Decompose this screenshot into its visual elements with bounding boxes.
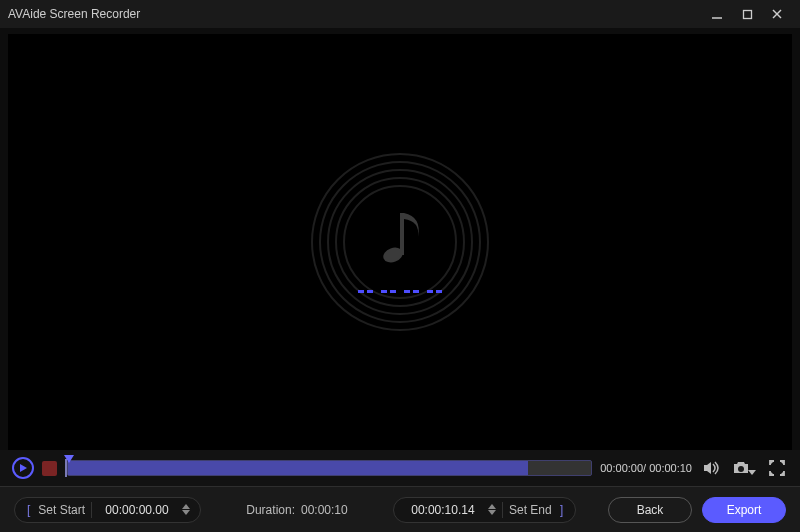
svg-rect-1 bbox=[743, 10, 751, 18]
export-button[interactable]: Export bbox=[702, 497, 786, 523]
duration-label: Duration: bbox=[246, 503, 295, 517]
start-time-value: 00:00:00.00 bbox=[98, 503, 176, 517]
play-button[interactable] bbox=[12, 457, 34, 479]
app-title: AVAide Screen Recorder bbox=[8, 7, 140, 21]
window-close-button[interactable] bbox=[762, 4, 792, 24]
window-maximize-button[interactable] bbox=[732, 4, 762, 24]
end-time-value: 00:00:10.14 bbox=[404, 503, 482, 517]
svg-point-12 bbox=[738, 466, 744, 472]
equalizer-bars-icon bbox=[358, 290, 442, 293]
bracket-left-icon: [ bbox=[25, 503, 32, 517]
end-time-down[interactable] bbox=[488, 510, 496, 515]
title-bar: AVAide Screen Recorder bbox=[0, 0, 800, 28]
set-end-group: 00:00:10.14 Set End [ bbox=[393, 497, 576, 523]
audio-visualizer-icon bbox=[305, 147, 495, 337]
time-counter: 00:00:00/ 00:00:10 bbox=[600, 462, 692, 474]
stop-button[interactable] bbox=[42, 461, 57, 476]
fullscreen-icon[interactable] bbox=[766, 457, 788, 479]
set-end-button[interactable]: Set End bbox=[509, 503, 552, 517]
duration-value: 00:00:10 bbox=[301, 503, 348, 517]
start-time-up[interactable] bbox=[182, 504, 190, 509]
snapshot-dropdown-icon[interactable] bbox=[748, 470, 756, 475]
svg-marker-11 bbox=[20, 464, 27, 472]
bracket-right-icon: [ bbox=[558, 503, 565, 517]
preview-area bbox=[8, 34, 792, 450]
set-start-button[interactable]: Set Start bbox=[38, 503, 85, 517]
set-start-group: [ Set Start 00:00:00.00 bbox=[14, 497, 201, 523]
volume-icon[interactable] bbox=[700, 457, 722, 479]
start-time-down[interactable] bbox=[182, 510, 190, 515]
timeline-slider[interactable] bbox=[67, 460, 592, 476]
timeline-start-handle[interactable] bbox=[64, 455, 74, 463]
window-minimize-button[interactable] bbox=[702, 4, 732, 24]
playback-bar: 00:00:00/ 00:00:10 bbox=[0, 450, 800, 486]
svg-rect-10 bbox=[400, 213, 404, 255]
snapshot-camera-icon[interactable] bbox=[730, 457, 758, 479]
clip-toolbar: [ Set Start 00:00:00.00 Duration: 00:00:… bbox=[0, 486, 800, 532]
back-button[interactable]: Back bbox=[608, 497, 692, 523]
end-time-up[interactable] bbox=[488, 504, 496, 509]
